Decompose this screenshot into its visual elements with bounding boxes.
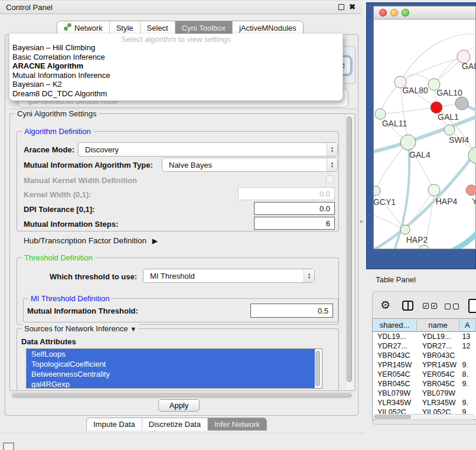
tab-impute-data[interactable]: Impute Data bbox=[87, 418, 142, 431]
table-row[interactable]: YPR145WYPR145W9. bbox=[373, 360, 476, 370]
network-node-y[interactable] bbox=[466, 185, 476, 195]
hub-definition-toggle[interactable]: Hub/Transcription Factor Definition ▶ bbox=[24, 236, 158, 245]
dpi-tolerance-field[interactable]: 0.0 bbox=[254, 202, 335, 215]
table-cell[interactable]: YBR045C bbox=[418, 379, 460, 389]
algorithm-option[interactable]: Basic Correlation Inference bbox=[9, 53, 343, 62]
close-panel-icon[interactable]: ✖ bbox=[349, 4, 356, 10]
network-window-titlebar[interactable] bbox=[373, 6, 476, 19]
table-cell[interactable]: YPR145W bbox=[418, 360, 460, 370]
algorithm-option[interactable]: Mutual Information Inference bbox=[9, 71, 343, 80]
table-cell[interactable]: 9. bbox=[460, 360, 476, 370]
close-window-icon[interactable] bbox=[379, 9, 387, 17]
settings-vertical-scrollbar[interactable] bbox=[345, 114, 353, 389]
table-cell[interactable]: YBR043C bbox=[373, 351, 418, 360]
table-cell[interactable]: 13 bbox=[460, 332, 476, 341]
combobox-stepper-icon[interactable]: ▲▼ bbox=[304, 269, 314, 282]
network-node-gal1[interactable] bbox=[431, 102, 442, 113]
network-edge[interactable] bbox=[449, 231, 476, 249]
float-panel-icon[interactable] bbox=[338, 4, 344, 10]
network-node-hap4[interactable] bbox=[428, 184, 440, 196]
table-row[interactable]: YIL052CYIL052C9 bbox=[373, 407, 476, 414]
table-cell[interactable]: YIL052C bbox=[373, 407, 418, 414]
data-attributes-list[interactable]: SelfLoopsTopologicalCoefficientBetweenne… bbox=[26, 348, 322, 389]
mi-steps-field[interactable]: 6 bbox=[254, 217, 335, 230]
aracne-mode-combobox[interactable]: Discovery ▲▼ bbox=[78, 142, 338, 156]
table-cell[interactable]: YDR27... bbox=[418, 341, 460, 351]
tab-jactivemnodules[interactable]: jActiveMNodules bbox=[232, 21, 303, 34]
table-cell[interactable]: YIL052C bbox=[418, 407, 460, 414]
minimize-window-icon[interactable] bbox=[390, 9, 398, 17]
table-row[interactable]: YLR345WYLR345W9. bbox=[373, 398, 476, 407]
table-cell[interactable]: YBR043C bbox=[418, 351, 460, 360]
settings-horizontal-scrollbar-thumb[interactable] bbox=[12, 393, 352, 397]
network-node[interactable] bbox=[455, 97, 468, 110]
network-graph[interactable]: GALGAL80GAL10GAL1GAL11SWI4GAL4GCY1HAP4YH… bbox=[374, 19, 476, 249]
algorithm-option[interactable]: Dream8 DC_TDC Algorithm bbox=[9, 89, 343, 99]
tab-style[interactable]: Style bbox=[109, 21, 140, 34]
tab-discretize-data[interactable]: Discretize Data bbox=[142, 418, 207, 431]
table-cell[interactable] bbox=[460, 389, 476, 398]
table-cell[interactable]: 9. bbox=[460, 398, 476, 407]
table-cell[interactable]: YDR27... bbox=[373, 341, 418, 351]
attribute-item[interactable]: TopologicalCoefficient bbox=[27, 359, 315, 369]
attributes-scrollbar[interactable] bbox=[315, 350, 321, 389]
which-threshold-combobox[interactable]: MI Threshold ▲▼ bbox=[143, 269, 315, 283]
settings-vertical-scrollbar-thumb[interactable] bbox=[347, 116, 352, 382]
table-cell[interactable]: YDL19... bbox=[373, 332, 418, 341]
algorithm-option[interactable]: Bayesian – K2 bbox=[9, 80, 343, 89]
algorithm-option[interactable]: ARACNE Algorithm bbox=[9, 61, 343, 71]
algorithm-dropdown[interactable]: Select algorithm to view settings Bayesi… bbox=[9, 34, 343, 101]
table-row[interactable]: YBL079WYBL079W bbox=[373, 389, 476, 398]
mi-algorithm-type-combobox[interactable]: Naive Bayes ▲▼ bbox=[162, 158, 338, 172]
table-cell[interactable]: 8. bbox=[460, 370, 476, 379]
combobox-stepper-icon[interactable]: ▲▼ bbox=[327, 158, 337, 171]
settings-horizontal-scrollbar[interactable] bbox=[11, 392, 354, 399]
docked-panel-icon[interactable] bbox=[3, 442, 14, 450]
table-cell[interactable]: YER054C bbox=[418, 370, 460, 379]
panel-divider-handle[interactable]: ▸ bbox=[360, 217, 364, 225]
table-cell[interactable]: YLR345W bbox=[373, 398, 418, 407]
network-node-gal11[interactable] bbox=[375, 109, 386, 119]
table-row[interactable]: YBR043CYBR043C bbox=[373, 351, 476, 360]
deselect-all-columns-button[interactable] bbox=[445, 304, 459, 309]
table-horizontal-scrollbar-thumb[interactable] bbox=[374, 415, 411, 419]
table-cell[interactable]: YBL079W bbox=[418, 389, 460, 398]
table-cell[interactable] bbox=[460, 351, 476, 360]
select-all-columns-button[interactable]: ✓✓ bbox=[423, 303, 437, 309]
table-cell[interactable]: YDL19... bbox=[418, 332, 460, 341]
table-cell[interactable]: YBR045C bbox=[373, 379, 418, 389]
table-row[interactable]: YBR045CYBR045C9. bbox=[373, 379, 476, 389]
table-cell[interactable]: YER054C bbox=[373, 370, 418, 379]
split-columns-icon[interactable] bbox=[402, 301, 413, 311]
apply-button[interactable]: Apply bbox=[158, 399, 200, 412]
algorithm-option[interactable]: Bayesian – Hill Climbing bbox=[9, 43, 343, 53]
table-cell[interactable]: 9 bbox=[460, 407, 476, 414]
network-node-gal4[interactable] bbox=[400, 135, 416, 150]
table-row[interactable]: YDR27...YDR27...12 bbox=[373, 341, 476, 351]
table-cell[interactable]: YLR345W bbox=[418, 398, 460, 407]
mi-threshold-field[interactable]: 0.5 bbox=[250, 304, 333, 318]
table-row[interactable]: YDL19...YDL19...13 bbox=[373, 332, 476, 341]
network-edge[interactable] bbox=[380, 107, 436, 114]
table-cell[interactable]: YPR145W bbox=[373, 360, 418, 370]
tab-network[interactable]: Network bbox=[57, 21, 109, 34]
table-column-header[interactable]: shared... bbox=[373, 319, 417, 331]
tab-infer-network[interactable]: Infer Network bbox=[207, 418, 266, 431]
network-node[interactable] bbox=[419, 245, 429, 249]
attribute-item[interactable]: SelfLoops bbox=[27, 349, 315, 359]
table-row[interactable]: YER054CYER054C8. bbox=[373, 370, 476, 379]
attributes-scrollbar-thumb[interactable] bbox=[315, 351, 320, 386]
export-table-icon[interactable] bbox=[468, 299, 476, 313]
network-edge[interactable] bbox=[374, 214, 405, 230]
table-column-header[interactable]: name bbox=[417, 319, 459, 331]
tab-select[interactable]: Select bbox=[140, 21, 175, 34]
attribute-item[interactable]: BetweennessCentrality bbox=[27, 369, 315, 379]
table-column-header[interactable]: A bbox=[459, 319, 476, 331]
network-node-hap2[interactable] bbox=[400, 225, 410, 234]
tab-cyni-toolbox[interactable]: Cyni Toolbox bbox=[175, 21, 232, 34]
combobox-stepper-icon[interactable]: ▲▼ bbox=[327, 143, 337, 156]
table-cell[interactable]: 12 bbox=[460, 341, 476, 351]
network-node-gcy1[interactable] bbox=[374, 186, 380, 195]
network-edge[interactable] bbox=[400, 58, 464, 82]
gear-icon[interactable]: ⚙ bbox=[380, 298, 390, 312]
